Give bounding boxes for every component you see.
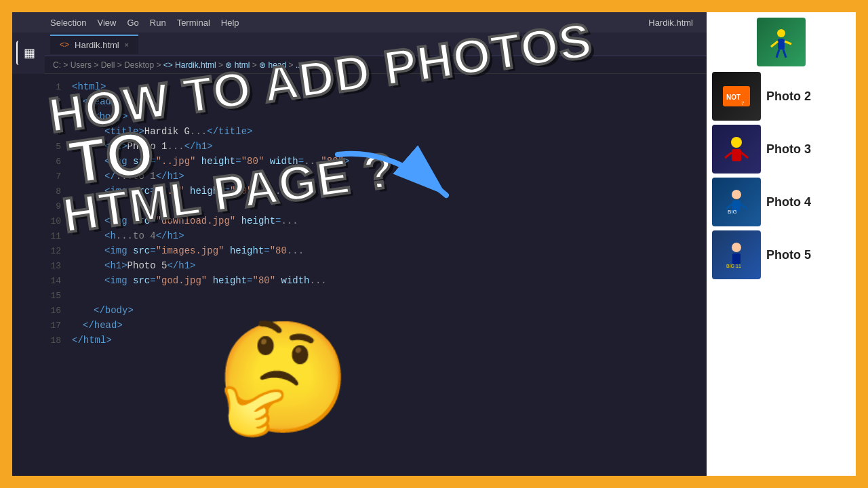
svg-rect-16 xyxy=(732,149,741,161)
menu-help[interactable]: Help xyxy=(221,18,239,28)
photo2-thumb: NOT 7 xyxy=(712,72,761,121)
svg-text:BIG 11: BIG 11 xyxy=(726,264,741,268)
photo3-thumb xyxy=(712,125,761,174)
code-line-10: 10 <img src="download.jpg" height=... xyxy=(45,214,707,228)
tab-filename: Hardik.html xyxy=(75,40,119,50)
menu-bar: Selection View Go Run Terminal Help Hard… xyxy=(12,12,707,33)
photo2-label: Photo 2 xyxy=(766,89,811,104)
code-line-11: 11 <h...to 4</h1> xyxy=(45,228,707,243)
code-line-2: 2 <head> xyxy=(45,94,707,109)
svg-point-15 xyxy=(731,137,742,148)
code-line-17: 17 </head> xyxy=(45,318,707,333)
code-line-16: 16 </body> xyxy=(45,303,707,318)
photo1-thumb xyxy=(757,18,806,66)
photo1-container xyxy=(712,18,850,66)
svg-line-10 xyxy=(776,49,779,58)
code-line-7: 7 </...to 1</h1> xyxy=(45,169,707,184)
photo4-label: Photo 4 xyxy=(766,195,811,209)
menu-go[interactable]: Go xyxy=(127,18,138,28)
code-line-1: 1 <html> xyxy=(45,79,707,94)
photo5-label: Photo 5 xyxy=(766,248,811,262)
right-panel: NOT 7 Photo 2 Photo 3 xyxy=(707,12,856,476)
svg-line-18 xyxy=(741,152,748,158)
svg-text:NOT: NOT xyxy=(726,94,741,101)
photo5-item: BIG 11 Photo 5 xyxy=(712,230,850,279)
files-icon[interactable]: ▦ xyxy=(16,41,41,65)
svg-line-8 xyxy=(771,41,778,47)
photo3-label: Photo 3 xyxy=(766,142,811,157)
svg-line-23 xyxy=(741,204,747,209)
tab-filetype-icon: <> xyxy=(60,40,69,49)
breadcrumb-path: C: > Users > Dell > Desktop > <> Hardik.… xyxy=(53,60,302,70)
svg-line-9 xyxy=(785,41,791,44)
code-line-8: 8 <img src="..." height="80" wi... xyxy=(45,184,707,199)
photo4-item: BIG Photo 4 xyxy=(712,178,850,226)
svg-point-24 xyxy=(732,243,741,252)
photo5-thumb: BIG 11 xyxy=(712,230,761,279)
svg-point-6 xyxy=(777,29,785,37)
code-line-9: 9 xyxy=(45,199,707,214)
svg-rect-7 xyxy=(778,39,785,49)
svg-text:7: 7 xyxy=(741,100,745,106)
svg-line-17 xyxy=(725,152,732,158)
svg-line-22 xyxy=(726,204,732,209)
menu-selection[interactable]: Selection xyxy=(50,18,86,28)
code-line-14: 14 <img src="god.jpg" height="80" width.… xyxy=(45,273,707,288)
code-area[interactable]: 1 <html> 2 <head> 3 <body> 4 <title>Hard… xyxy=(12,74,707,476)
menu-view[interactable]: View xyxy=(97,18,116,28)
photo4-thumb: BIG xyxy=(712,178,761,226)
breadcrumb: C: > Users > Dell > Desktop > <> Hardik.… xyxy=(45,56,707,74)
code-line-4: 4 <title>Hardik G...</title> xyxy=(45,124,707,139)
svg-rect-25 xyxy=(732,253,741,264)
tab-close-icon[interactable]: × xyxy=(125,41,129,49)
code-line-18: 18 </html> xyxy=(45,333,707,348)
code-line-13: 13 <h1>Photo 5</h1> xyxy=(45,258,707,273)
editor-tab[interactable]: <> Hardik.html × xyxy=(50,35,138,54)
code-line-6: 6 <img src="..jpg" height="80" width=...… xyxy=(45,154,707,169)
photo3-item: Photo 3 xyxy=(712,125,850,174)
svg-text:BIG: BIG xyxy=(728,209,737,215)
photo2-item: NOT 7 Photo 2 xyxy=(712,72,850,121)
menu-run[interactable]: Run xyxy=(150,18,166,28)
svg-point-19 xyxy=(732,190,741,199)
svg-line-11 xyxy=(783,49,786,58)
code-line-15: 15 xyxy=(45,288,707,303)
tab-bar: <> Hardik.html × xyxy=(12,33,707,56)
code-line-3: 3 <body> xyxy=(45,109,707,124)
menu-filename: Hardik.html xyxy=(648,18,693,28)
code-line-5: 5 <h1>Photo 1...</h1> xyxy=(45,139,707,154)
main-content: ▦ 🔍 ▶ ▣ Selection View Go Run Terminal H… xyxy=(12,12,856,476)
editor-section: ▦ 🔍 ▶ ▣ Selection View Go Run Terminal H… xyxy=(12,12,707,476)
code-line-12: 12 <img src="images.jpg" height="80... xyxy=(45,243,707,258)
menu-terminal[interactable]: Terminal xyxy=(177,18,210,28)
